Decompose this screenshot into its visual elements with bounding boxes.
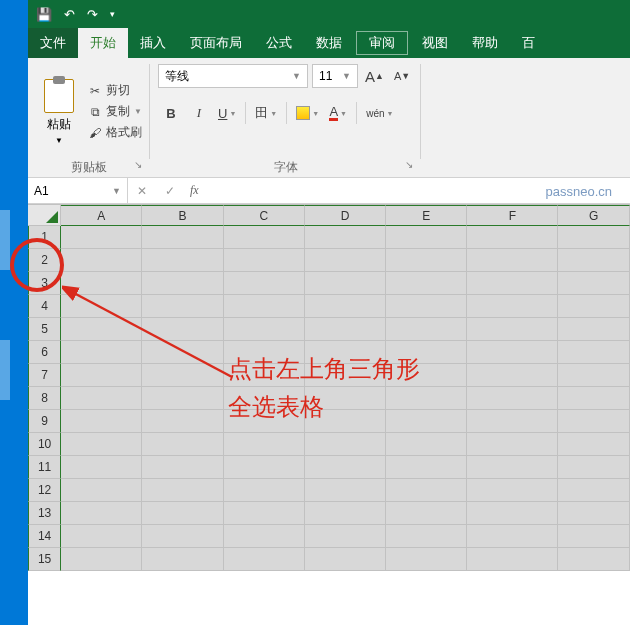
cell[interactable] (558, 364, 630, 387)
cell[interactable] (61, 548, 142, 571)
cell[interactable] (558, 548, 630, 571)
enter-formula-button[interactable]: ✓ (156, 184, 184, 198)
cell[interactable] (305, 226, 386, 249)
font-name-combo[interactable]: 等线 ▼ (158, 64, 308, 88)
cell[interactable] (305, 456, 386, 479)
font-color-button[interactable]: A▼ (325, 100, 351, 126)
cell[interactable] (558, 525, 630, 548)
cell[interactable] (558, 456, 630, 479)
cell[interactable] (467, 341, 558, 364)
cell[interactable] (558, 502, 630, 525)
font-size-combo[interactable]: 11 ▼ (312, 64, 358, 88)
paste-button[interactable]: 粘贴 ▼ (36, 64, 82, 159)
cancel-formula-button[interactable]: ✕ (128, 184, 156, 198)
cell[interactable] (467, 433, 558, 456)
cell[interactable] (224, 272, 305, 295)
shrink-font-button[interactable]: A▼ (391, 64, 413, 88)
row-header[interactable]: 12 (28, 479, 61, 502)
cell[interactable] (224, 433, 305, 456)
cell[interactable] (467, 318, 558, 341)
row-header[interactable]: 6 (28, 341, 61, 364)
row-header[interactable]: 9 (28, 410, 61, 433)
cell[interactable] (224, 548, 305, 571)
cell[interactable] (142, 410, 223, 433)
tab-insert[interactable]: 插入 (128, 28, 178, 58)
cell[interactable] (467, 249, 558, 272)
cell[interactable] (224, 295, 305, 318)
column-header[interactable]: C (224, 205, 305, 226)
tab-view[interactable]: 视图 (410, 28, 460, 58)
phonetic-button[interactable]: wén▼ (362, 100, 397, 126)
cell[interactable] (386, 525, 467, 548)
italic-button[interactable]: I (186, 100, 212, 126)
cell[interactable] (305, 272, 386, 295)
cell[interactable] (386, 272, 467, 295)
cell[interactable] (386, 548, 467, 571)
undo-icon[interactable]: ↶ (64, 7, 75, 22)
cell[interactable] (142, 456, 223, 479)
tab-file[interactable]: 文件 (28, 28, 78, 58)
cell[interactable] (224, 249, 305, 272)
chevron-down-icon[interactable]: ▼ (112, 186, 121, 196)
column-header[interactable]: D (305, 205, 386, 226)
underline-button[interactable]: U▼ (214, 100, 240, 126)
cell[interactable] (467, 525, 558, 548)
cell[interactable] (142, 387, 223, 410)
cell[interactable] (224, 456, 305, 479)
row-header[interactable]: 5 (28, 318, 61, 341)
grow-font-button[interactable]: A▲ (362, 64, 387, 88)
cell[interactable] (61, 456, 142, 479)
cell[interactable] (467, 410, 558, 433)
cell[interactable] (61, 387, 142, 410)
format-painter-button[interactable]: 🖌 格式刷 (88, 124, 142, 141)
column-header[interactable]: G (558, 205, 630, 226)
select-all-triangle[interactable] (28, 205, 61, 226)
cell[interactable] (467, 502, 558, 525)
dialog-launcher-icon[interactable]: ↘ (405, 159, 413, 170)
cell[interactable] (305, 525, 386, 548)
cell[interactable] (224, 525, 305, 548)
cell[interactable] (305, 479, 386, 502)
cell[interactable] (467, 456, 558, 479)
cell[interactable] (142, 502, 223, 525)
qat-dropdown-icon[interactable]: ▾ (110, 9, 115, 19)
cell[interactable] (558, 226, 630, 249)
redo-icon[interactable]: ↷ (87, 7, 98, 22)
column-header[interactable]: E (386, 205, 467, 226)
cell[interactable] (467, 364, 558, 387)
name-box[interactable]: A1 ▼ (28, 178, 128, 203)
cell[interactable] (558, 387, 630, 410)
save-icon[interactable]: 💾 (36, 7, 52, 22)
row-header[interactable]: 15 (28, 548, 61, 571)
cell[interactable] (224, 226, 305, 249)
cell[interactable] (558, 295, 630, 318)
cell[interactable] (558, 410, 630, 433)
row-header[interactable]: 4 (28, 295, 61, 318)
cell[interactable] (61, 295, 142, 318)
cell[interactable] (61, 226, 142, 249)
copy-button[interactable]: ⧉ 复制 ▼ (88, 103, 142, 120)
tab-review[interactable]: 审阅 (356, 31, 408, 55)
cell[interactable] (467, 479, 558, 502)
cell[interactable] (61, 341, 142, 364)
cut-button[interactable]: ✂ 剪切 (88, 82, 142, 99)
cell[interactable] (142, 341, 223, 364)
fill-color-button[interactable]: ▼ (292, 100, 323, 126)
cell[interactable] (386, 479, 467, 502)
cell[interactable] (61, 364, 142, 387)
tab-layout[interactable]: 页面布局 (178, 28, 254, 58)
cell[interactable] (305, 502, 386, 525)
border-button[interactable]: 田▼ (251, 100, 281, 126)
cell[interactable] (224, 479, 305, 502)
cell[interactable] (558, 318, 630, 341)
cell[interactable] (386, 502, 467, 525)
row-header[interactable]: 11 (28, 456, 61, 479)
cell[interactable] (142, 318, 223, 341)
cell[interactable] (142, 433, 223, 456)
cell[interactable] (558, 479, 630, 502)
fx-icon[interactable]: fx (184, 183, 205, 198)
cell[interactable] (142, 226, 223, 249)
cell[interactable] (467, 272, 558, 295)
cell[interactable] (467, 295, 558, 318)
cell[interactable] (61, 502, 142, 525)
